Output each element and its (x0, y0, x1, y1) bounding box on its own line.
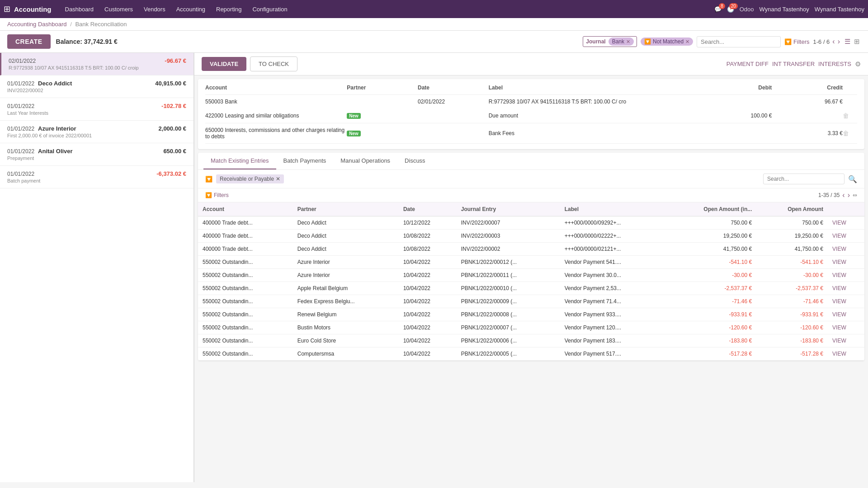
inner-next-page[interactable]: › (848, 191, 850, 199)
view-entry-button[interactable]: VIEW (828, 243, 864, 256)
trans-ref: Batch payment (7, 178, 186, 183)
breadcrumb-parent[interactable]: Accounting Dashboard (7, 21, 67, 28)
nav-configuration[interactable]: Configuration (248, 4, 292, 14)
entry-date: 10/04/2022 (399, 308, 457, 321)
entry-open-in: 750.00 € (665, 216, 757, 230)
tab-discuss[interactable]: Discuss (397, 153, 433, 169)
app-grid-icon[interactable]: ⊞ (4, 4, 10, 14)
col-header-3[interactable]: Journal Entry (457, 202, 560, 216)
view-entry-button[interactable]: VIEW (828, 347, 864, 361)
transaction-item[interactable]: 01/01/2022 -102.78 € Last Year Interests (0, 98, 193, 121)
new-badge: New (347, 131, 361, 136)
entry-open-in: -71.46 € (665, 295, 757, 308)
entry-partner: Euro Cold Store (293, 334, 399, 347)
trans-amount: -6,373.02 € (156, 170, 186, 177)
main-account: 550003 Bank (205, 99, 347, 105)
transaction-item[interactable]: 01/01/2022 Azure Interior 2,000.00 € Fir… (0, 121, 193, 143)
entry-open: 750.00 € (756, 216, 828, 230)
entry-journal: PBNK1/2022/00007 (... (457, 321, 560, 334)
entry-partner: Azure Interior (293, 269, 399, 282)
view-entry-button[interactable]: VIEW (828, 256, 864, 269)
tab-batch-payments[interactable]: Batch Payments (276, 153, 334, 169)
kanban-view-button[interactable]: ⊞ (853, 37, 861, 47)
entry-account: 400000 Trade debt... (198, 230, 293, 243)
entry-account: 400000 Trade debt... (198, 216, 293, 230)
nav-dashboard[interactable]: Dashboard (61, 4, 99, 14)
transaction-item[interactable]: 01/01/2022 Deco Addict 40,915.00 € INV/2… (0, 75, 193, 98)
nav-vendors[interactable]: Vendors (139, 4, 170, 14)
trans-amount: -96.67 € (165, 57, 186, 64)
col-header-5[interactable]: Open Amount (in... (665, 202, 757, 216)
receivable-tag[interactable]: Receivable or Payable ✕ (216, 174, 284, 183)
delete-row-button[interactable]: 🗑 (843, 112, 857, 119)
entry-date: 10/04/2022 (399, 282, 457, 295)
prev-page-button[interactable]: ‹ (832, 38, 835, 46)
bank-tag[interactable]: Bank ✕ (609, 38, 634, 46)
not-matched-tag[interactable]: 🔽 Not Matched ✕ (641, 38, 693, 46)
sub-debit: 100.00 € (701, 113, 772, 119)
create-button[interactable]: CREATE (7, 34, 51, 49)
transaction-item[interactable]: 01/01/2022 -6,373.02 € Batch payment (0, 166, 193, 188)
entry-open: -2,537.37 € (756, 282, 828, 295)
entry-journal: INV/2022/00003 (457, 230, 560, 243)
main-search-input[interactable] (697, 36, 781, 47)
remove-receivable-tag[interactable]: ✕ (276, 176, 280, 182)
payment-diff-button[interactable]: PAYMENT DIFF (726, 61, 769, 67)
nav-customers[interactable]: Customers (100, 4, 137, 14)
user-name-label: Wynand Tastenhoy (815, 6, 864, 13)
view-entry-button[interactable]: VIEW (828, 282, 864, 295)
tab-manual-operations[interactable]: Manual Operations (333, 153, 397, 169)
inner-search-icon[interactable]: 🔍 (848, 175, 857, 183)
inner-search-input[interactable] (763, 174, 844, 184)
table-row: 550002 Outstandin...Renewi Belgium10/04/… (198, 308, 864, 321)
view-entry-button[interactable]: VIEW (828, 295, 864, 308)
col-header-2[interactable]: Date (399, 202, 457, 216)
remove-bank-tag[interactable]: ✕ (626, 39, 630, 45)
balance-display: Balance: 37,742.91 € (56, 38, 118, 45)
transaction-item[interactable]: 01/01/2022 Anital Oliver 650.00 € Prepay… (0, 143, 193, 166)
notifications-icon[interactable]: 🕐 20 (727, 6, 734, 13)
settings-icon[interactable]: ⚙ (855, 60, 861, 68)
view-entry-button[interactable]: VIEW (828, 308, 864, 321)
nav-reporting[interactable]: Reporting (212, 4, 246, 14)
col-header-1[interactable]: Partner (293, 202, 399, 216)
entry-journal: PBNK1/2022/00006 (... (457, 334, 560, 347)
interests-button[interactable]: INTERESTS (818, 61, 851, 67)
tab-match-existing-entries[interactable]: Match Existing Entries (203, 153, 276, 169)
sub-account-row: 650000 Interests, commissions and other … (205, 123, 857, 144)
entry-partner: Azure Interior (293, 256, 399, 269)
int-transfer-button[interactable]: INT TRANSFER (772, 61, 815, 67)
view-entry-button[interactable]: VIEW (828, 269, 864, 282)
col-header-4[interactable]: Label (560, 202, 665, 216)
col-header-0[interactable]: Account (198, 202, 293, 216)
messages-icon[interactable]: 💬 8 (714, 6, 722, 13)
entry-account: 550002 Outstandin... (198, 334, 293, 347)
filters-button[interactable]: 🔽 Filters (784, 38, 809, 45)
entry-open-in: 19,250.00 € (665, 230, 757, 243)
adjust-columns-icon[interactable]: ⇔ (853, 192, 857, 198)
view-entry-button[interactable]: VIEW (828, 334, 864, 347)
sub-credit: 3.33 € (772, 130, 843, 136)
transaction-item[interactable]: 02/01/2022 -96.67 € R:9772938 10/07 AX 9… (0, 53, 193, 75)
user-menu[interactable]: Wynand Tastenhoy (760, 6, 809, 13)
view-entry-button[interactable]: VIEW (828, 230, 864, 243)
nav-accounting[interactable]: Accounting (172, 4, 210, 14)
list-view-button[interactable]: ☰ (844, 37, 851, 47)
entry-open: 19,250.00 € (756, 230, 828, 243)
view-entry-button[interactable]: VIEW (828, 321, 864, 334)
entries-table: AccountPartnerDateJournal EntryLabelOpen… (198, 202, 864, 361)
remove-notmatched-tag[interactable]: ✕ (685, 39, 689, 45)
delete-row-button[interactable]: 🗑 (843, 130, 857, 137)
tocheck-button[interactable]: TO CHECK (250, 56, 297, 71)
inner-prev-page[interactable]: ‹ (842, 191, 844, 199)
col-header-6[interactable]: Open Amount (756, 202, 828, 216)
view-entry-button[interactable]: VIEW (828, 216, 864, 230)
pagination-display: 1-6 / 6 ‹ › (813, 38, 840, 46)
odoo-label: Odoo (740, 6, 754, 13)
entry-open: -517.28 € (756, 347, 828, 361)
validate-button[interactable]: VALIDATE (202, 57, 246, 71)
trans-partner: Anital Oliver (38, 148, 73, 155)
journal-filter-tag[interactable]: Journal Bank ✕ (583, 36, 637, 47)
inner-filters-button[interactable]: 🔽 Filters (205, 192, 229, 198)
next-page-button[interactable]: › (838, 38, 840, 46)
